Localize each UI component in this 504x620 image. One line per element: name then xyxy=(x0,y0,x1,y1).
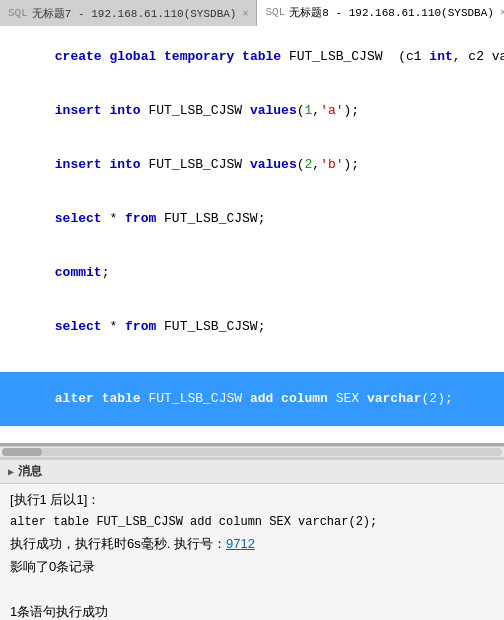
tab-label-1: 无标题7 - 192.168.61.110(SYSDBA) xyxy=(32,6,237,21)
sql-icon-1: SQL xyxy=(8,7,28,19)
keyword-insert: insert xyxy=(55,103,102,118)
keyword-int: int xyxy=(429,49,452,64)
tab-editor-1[interactable]: SQL 无标题7 - 192.168.61.110(SYSDBA) ✕ xyxy=(0,0,257,26)
keyword-into: into xyxy=(109,103,140,118)
code-line-3: insert into FUT_LSB_CJSW values(2,'b'); xyxy=(0,138,504,192)
keyword-create: create xyxy=(55,49,102,64)
keyword-add: add xyxy=(250,391,273,406)
code-line-1: create global temporary table FUT_LSB_CJ… xyxy=(0,30,504,84)
code-line-4: select * from FUT_LSB_CJSW; xyxy=(0,192,504,246)
keyword-alter: alter xyxy=(55,391,94,406)
messages-arrow-icon: ▶ xyxy=(8,466,14,478)
close-tab-2-icon[interactable]: ✕ xyxy=(500,6,504,18)
msg-result-line: 执行成功，执行耗时6s毫秒. 执行号：9712 xyxy=(10,534,494,555)
msg-affected-line: 影响了0条记录 xyxy=(10,557,494,578)
keyword-select: select xyxy=(55,211,102,226)
keyword-from2: from xyxy=(125,319,156,334)
messages-header-label: 消息 xyxy=(18,463,42,480)
keyword-commit: commit xyxy=(55,265,102,280)
keyword-select2: select xyxy=(55,319,102,334)
num-2b: 2 xyxy=(429,391,437,406)
code-line-2: insert into FUT_LSB_CJSW values(1,'a'); xyxy=(0,84,504,138)
tab-bar: SQL 无标题7 - 192.168.61.110(SYSDBA) ✕ SQL … xyxy=(0,0,504,26)
keyword-table: table xyxy=(102,391,141,406)
scrollbar-thumb[interactable] xyxy=(2,448,42,456)
keyword-varchar: varchar xyxy=(367,391,422,406)
str-b: 'b' xyxy=(320,157,343,172)
keyword-values: values xyxy=(250,103,297,118)
tab-editor-2[interactable]: SQL 无标题8 - 192.168.61.110(SYSDBA) ✕ xyxy=(257,0,504,26)
messages-content: [执行1 后以1]： alter table FUT_LSB_CJSW add … xyxy=(0,484,504,620)
code-line-5: commit; xyxy=(0,246,504,300)
code-line-8-highlighted: alter table FUT_LSB_CJSW add column SEX … xyxy=(0,372,504,426)
keyword-column: column xyxy=(281,391,328,406)
keyword-global: global xyxy=(109,49,156,64)
msg-empty-line xyxy=(10,580,494,601)
keyword-into2: into xyxy=(109,157,140,172)
msg-sql-line: alter table FUT_LSB_CJSW add column SEX … xyxy=(10,513,494,532)
keyword-from: from xyxy=(125,211,156,226)
messages-panel-wrapper: ▶ 消息 [执行1 后以1]： alter table FUT_LSB_CJSW… xyxy=(0,458,504,620)
keyword-temporary: temporary xyxy=(164,49,234,64)
scrollbar-track[interactable] xyxy=(2,448,502,456)
keyword-values2: values xyxy=(250,157,297,172)
msg-row-number-link[interactable]: 9712 xyxy=(226,536,255,551)
str-a: 'a' xyxy=(320,103,343,118)
messages-panel: ▶ 消息 [执行1 后以1]： alter table FUT_LSB_CJSW… xyxy=(0,458,504,620)
msg-executed-label: [执行1 后以1]： xyxy=(10,490,494,511)
messages-header: ▶ 消息 xyxy=(0,460,504,484)
editor-horizontal-scrollbar[interactable] xyxy=(0,446,504,458)
editor-pane[interactable]: create global temporary table FUT_LSB_CJ… xyxy=(0,26,504,446)
keyword-table: table xyxy=(242,49,281,64)
close-tab-1-icon[interactable]: ✕ xyxy=(242,7,248,19)
keyword-insert2: insert xyxy=(55,157,102,172)
sql-icon-2: SQL xyxy=(265,6,285,18)
code-line-7 xyxy=(0,354,504,372)
tab-label-2: 无标题8 - 192.168.61.110(SYSDBA) xyxy=(289,5,494,20)
code-line-6: select * from FUT_LSB_CJSW; xyxy=(0,300,504,354)
